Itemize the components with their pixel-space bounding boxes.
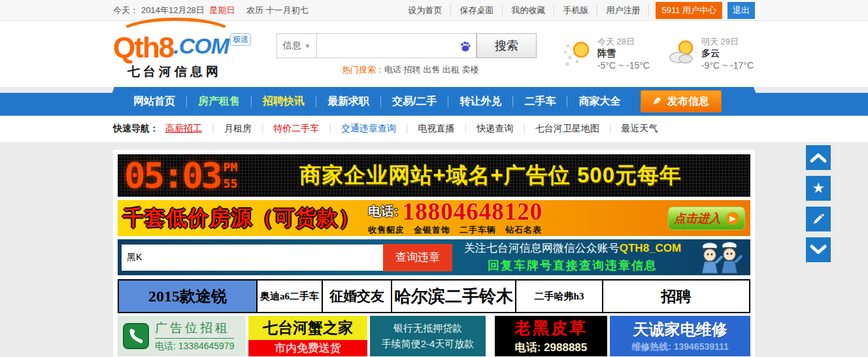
police-cartoon-icon [695,241,744,275]
weather-today-condition: 阵雪 [597,47,650,60]
ad-fur-shop[interactable]: 老黑皮草 电话: 2988885 [495,316,607,356]
logout-button[interactable]: 退出 [727,2,755,19]
led-banner-message: 商家企业网站+域名+广告位 500元每年 [237,161,744,190]
weather-tomorrow-date: 明天 29日 [701,36,754,48]
weather-today-date: 今天 28日 [597,36,650,48]
topbar: 今天：2014年12月28日 星期日 农历 十一月初七 设为首页 保存桌面 我的… [0,0,868,21]
weather-today-temp: -5°C ~ -15°C [597,60,650,72]
quicknav-monthly-rental[interactable]: 月租房 [224,123,274,135]
quicknav-bargain-usedcars[interactable]: 特价二手车 [273,123,341,135]
nav-item-transfer[interactable]: 转让外兑 [448,96,513,107]
enter-button[interactable]: 点击进入 ▶ [668,207,745,230]
weather-tomorrow-condition: 多云 [701,47,754,60]
favorite-button[interactable]: ★ [806,176,831,201]
link-cell-dating[interactable]: 征婚交友 [323,280,392,312]
house-ad-banner[interactable]: 千套低价房源（可货款） 电话: 18804648120 收售貂皮 金银首饰 二手… [118,200,750,236]
publish-info-button[interactable]: ✎ 发布信息 [641,90,722,112]
nav-item-merchants[interactable]: 商家大全 [567,96,631,107]
pencil-icon: ✎ [653,95,661,107]
ad-crab-house[interactable]: 七台河蟹之家 市内免费送货 [248,316,367,356]
post-button[interactable] [806,207,831,231]
ads-row: 广告位招租 电话: 13384645979 七台河蟹之家 市内免费送货 银行无抵… [118,316,750,356]
ad1-title: 广告位招租 [155,320,234,339]
clock-seconds: 55 [224,178,238,190]
quicknav-tv-live[interactable]: 电视直播 [418,123,477,135]
nav-item-jobs[interactable]: 招聘快讯 [252,96,316,107]
search-category-value: 信息 [283,40,301,52]
quicknav-express-tracking[interactable]: 快递查询 [476,123,535,135]
quicknav-satellite-map[interactable]: 七台河卫星地图 [535,123,622,135]
house-phone-number: 18804648120 [403,200,543,223]
logo-subtitle: 七台河信息网 [127,63,269,80]
nav-item-jobseek[interactable]: 最新求职 [316,96,381,107]
enter-button-label: 点击进入 [674,211,721,226]
ad5-phone: 维修热线: 13946539111 [631,341,729,353]
nav-item-home[interactable]: 网站首页 [122,96,187,107]
hot-search-terms[interactable]: 电话 招聘 出售 出租 卖楼 [384,65,478,75]
weather-tomorrow[interactable]: 明天 29日 多云 -9°C ~ -17°C [665,36,754,72]
snow-shower-icon [561,38,593,69]
link-cell-haval-h3[interactable]: 二手哈弗h3 [516,280,603,312]
site-logo[interactable]: Qth8 .COM 极速 七台河信息网 [113,28,269,80]
main-nav: 网站首页 房产租售 招聘快讯 最新求职 交易/二手 转让外兑 二手车 商家大全 … [0,87,868,116]
chevron-down-icon [810,245,827,255]
content-column: 05:03 PM 55 商家企业网站+域名+广告位 500元每年 千套低价房源（… [113,150,755,357]
link-cell-touareg[interactable]: 2015款途锐 [119,280,258,312]
quicknav-traffic-violation[interactable]: 交通违章查询 [341,123,418,135]
search-input-wrap [317,33,476,58]
publish-label: 发布信息 [667,95,709,109]
plate-number-input[interactable] [122,245,383,271]
house-banner-title: 千套低价房源（可货款） [123,204,360,233]
today-date: 2014年12月28日 [141,5,205,15]
baidu-paw-icon [459,41,471,52]
mobile-version-link[interactable]: 手机版 [554,5,597,16]
link-cell-recruit[interactable]: 招聘 [603,280,749,312]
hot-search-label: 热门搜索： [342,65,384,75]
search-button[interactable]: 搜索 [476,33,537,58]
ad-bank-loan[interactable]: 银行无抵押贷款 手续简便2-4天可放款 [370,316,486,356]
chevron-up-icon [810,152,827,163]
ad-space-rental[interactable]: 广告位招租 电话: 13384645979 [118,316,246,356]
weather-today[interactable]: 今天 28日 阵雪 -5°C ~ -15°C [561,36,650,72]
favorites-link[interactable]: 我的收藏 [503,5,554,16]
link-cell-suzuki[interactable]: 哈尔滨二手铃木 [392,280,516,312]
pencil-icon [811,212,826,226]
hot-search-row: 热门搜索：电话 招聘 出售 出租 卖楼 [276,64,537,76]
violation-query-banner: 查询违章 关注七台河信息网微信公众账号QTH8_COM 回复车牌号直接查询违章信… [118,239,750,275]
weekday: 星期日 [209,5,235,15]
scroll-top-button[interactable] [806,145,831,170]
link-cell-audi-a6[interactable]: 奥迪a6二手车 [258,280,323,312]
save-desktop-link[interactable]: 保存桌面 [451,5,503,16]
quicknav-label: 快速导航： [113,123,159,135]
header: Qth8 .COM 极速 七台河信息网 信息 ▼ [0,21,868,87]
set-homepage-link[interactable]: 设为首页 [399,5,451,16]
ad3-line1: 银行无抵押贷款 [393,322,462,335]
partly-cloudy-icon [665,38,697,69]
clock-time: 05:03 [124,158,221,194]
quick-nav: 快速导航： 高薪招工 月租房 特价二手车 交通违章查询 电视直播 快递查询 七台… [0,116,868,142]
quicknav-weather[interactable]: 最近天气 [621,123,658,135]
led-ad-banner[interactable]: 05:03 PM 55 商家企业网站+域名+广告位 500元每年 [118,154,750,197]
logo-arc-decoration [117,18,235,52]
star-icon: ★ [812,181,825,196]
search-input[interactable] [317,34,476,58]
register-link[interactable]: 用户注册 [597,5,649,16]
text-links-row: 2015款途锐 奥迪a6二手车 征婚交友 哈尔滨二手铃木 二手哈弗h3 招聘 [118,279,750,313]
wechat-reply-text: 回复车牌号直接查询违章信息 [452,257,693,275]
quicknav-highpay-jobs[interactable]: 高薪招工 [165,123,224,135]
scroll-bottom-button[interactable] [806,237,831,262]
phone-icon [123,323,149,349]
lunar-date: 农历 十一月初七 [246,5,309,15]
ad-appliance-repair[interactable]: 天诚家电维修 维修热线: 13946539111 [610,316,750,356]
search-category-select[interactable]: 信息 ▼ [276,33,317,58]
user-center-button[interactable]: 5911 用户中心 [656,2,722,19]
nav-item-realestate[interactable]: 房产租售 [187,96,252,107]
led-clock: 05:03 PM 55 [124,158,237,194]
house-banner-services: 收售貂皮 金银首饰 二手车辆 钻石名表 [368,224,542,236]
query-violation-button[interactable]: 查询违章 [383,244,452,271]
nav-item-secondhand[interactable]: 交易/二手 [381,96,448,107]
nav-item-usedcars[interactable]: 二手车 [513,96,567,107]
weather-widget: 今天 28日 阵雪 -5°C ~ -15°C 明天 29日 多云 -9°C ~ … [561,36,755,72]
wechat-promo-text: 关注七台河信息网微信公众账号QTH8_COM 回复车牌号直接查询违章信息 [452,240,693,275]
chevron-down-icon: ▼ [305,42,311,50]
